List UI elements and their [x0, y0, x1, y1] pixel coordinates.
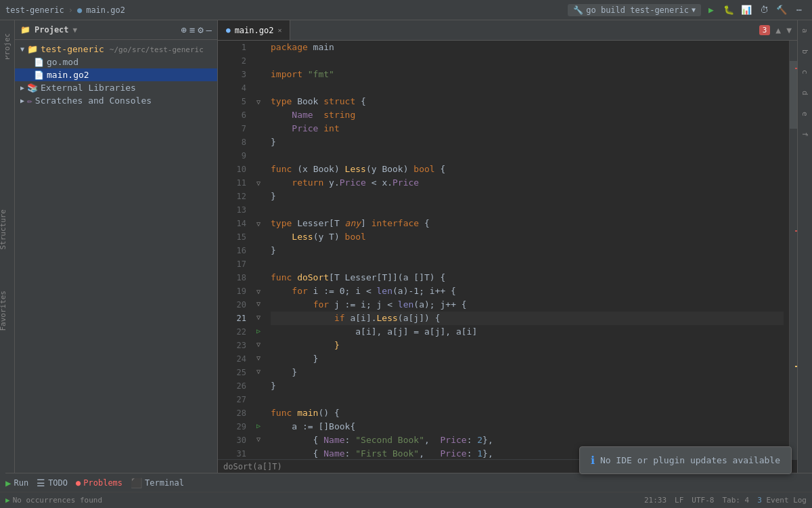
code-line-14: type Lesser[T any] interface {: [271, 217, 784, 230]
right-sidebar-e[interactable]: e: [798, 104, 812, 125]
tree-item-extlibs[interactable]: ▶ 📚 External Libraries: [15, 81, 217, 94]
code-line-17: [271, 257, 784, 271]
warning-indicator: [795, 366, 797, 367]
right-sidebar-d[interactable]: d: [798, 83, 812, 104]
tree-item-scratches[interactable]: ▶ ✏ Scratches and Consoles: [15, 94, 217, 107]
right-sidebar-f[interactable]: f: [798, 124, 812, 145]
fold-if[interactable]: ▷: [254, 324, 263, 337]
tree-item-maingo[interactable]: 📄 main.go2: [15, 68, 217, 81]
right-sidebar-c[interactable]: c: [798, 62, 812, 83]
panel-filter-icon[interactable]: ⚙: [198, 24, 203, 35]
editor-actions: 3 ▲ ▼: [759, 25, 792, 35]
fold-func1[interactable]: ▽: [254, 176, 263, 190]
line-numbers: 1 2 3 4 5 6 7 8 9 10 11 12 13 14 15 16 1: [218, 41, 252, 459]
root-path: ~/go/src/test-generic: [110, 45, 204, 54]
event-log[interactable]: 3 Event Log: [757, 496, 807, 505]
run-label: Run: [14, 478, 28, 488]
tab-size[interactable]: Tab: 4: [722, 496, 749, 505]
status-left: ▶ No occurrences found: [5, 496, 102, 505]
panel-add-icon[interactable]: ⊕: [181, 24, 186, 35]
build-button[interactable]: 🔨: [774, 3, 789, 18]
code-line-2: [271, 54, 784, 68]
panel-title-label: Project: [35, 25, 69, 35]
event-log-count: 3: [757, 496, 762, 505]
fold-for4[interactable]: ▽: [254, 364, 263, 378]
code-line-5: type Book struct {: [271, 95, 784, 108]
profile-button[interactable]: ⏱: [757, 3, 771, 18]
encoding[interactable]: UTF-8: [692, 496, 714, 505]
panel-close-icon[interactable]: —: [206, 24, 212, 35]
run-config[interactable]: 🔧 go build test-generic ▼: [568, 4, 701, 16]
favorites-label[interactable]: Favorites: [0, 291, 7, 331]
fold-struct[interactable]: ▽: [254, 95, 263, 108]
terminal-label: Terminal: [145, 478, 184, 488]
todo-icon: ☰: [37, 478, 45, 488]
fold-for3[interactable]: ▽: [254, 351, 263, 364]
error-badge: 3: [759, 25, 771, 35]
run-toolbar-button[interactable]: ▶ Run: [5, 478, 28, 488]
code-line-8: }: [271, 135, 784, 149]
code-line-4: [271, 81, 784, 95]
fold-for2[interactable]: ▽: [254, 310, 263, 324]
coverage-button[interactable]: 📊: [739, 3, 754, 18]
scratches-expand-icon: ▶: [20, 97, 24, 104]
breadcrumb: test-generic › ● main.go2: [5, 5, 125, 15]
collapse-editor-icon[interactable]: ▲: [775, 25, 781, 35]
tab-file-icon: ●: [226, 26, 231, 35]
mod-icon: 📄: [34, 58, 44, 67]
structure-label[interactable]: Structure: [0, 209, 7, 250]
run-config-label: go build test-generic: [586, 5, 689, 15]
tab-label: main.go2: [235, 26, 274, 35]
fold-arr[interactable]: ▽: [254, 432, 263, 446]
terminal-icon: ⬛: [131, 478, 142, 488]
collapse-icon: ▶: [20, 84, 24, 91]
fold-for1[interactable]: ▽: [254, 297, 263, 310]
tab-close-button[interactable]: ✕: [277, 26, 281, 34]
code-line-21: if a[i].Less(a[j]) {: [271, 312, 784, 325]
todo-toolbar-button[interactable]: ☰ TODO: [37, 478, 68, 488]
tab-maingo[interactable]: ● main.go2 ✕: [218, 20, 290, 40]
code-line-28: func main() {: [271, 406, 784, 420]
notification-icon: ℹ: [591, 454, 595, 467]
expand-editor-icon[interactable]: ▼: [786, 25, 792, 35]
code-line-19: for i := 0; i < len(a)-1; i++ {: [271, 284, 784, 298]
project-tree: ▼ 📁 test-generic ~/go/src/test-generic 📄…: [15, 40, 217, 473]
scratches-label: Scratches and Consoles: [35, 96, 212, 106]
folder-icon: 📁: [20, 25, 30, 35]
code-line-27: [271, 393, 784, 406]
run-config-dropdown-icon[interactable]: ▼: [692, 6, 696, 14]
project-name: test-generic: [5, 5, 64, 15]
panel-title: 📁 Project ▼: [20, 25, 77, 35]
file-name: main.go2: [86, 5, 125, 15]
cursor-position[interactable]: 21:33: [644, 496, 667, 505]
run-button[interactable]: ▶: [704, 3, 719, 18]
line-sep[interactable]: LF: [675, 496, 683, 505]
more-button[interactable]: ⋯: [792, 3, 807, 18]
fold-type[interactable]: ▽: [254, 217, 263, 230]
tree-item-gomod[interactable]: 📄 go.mod: [15, 56, 217, 68]
top-bar-actions: 🔧 go build test-generic ▼ ▶ 🐛 📊 ⏱ 🔨 ⋯: [568, 3, 807, 18]
minimap[interactable]: [789, 41, 797, 459]
fold-dosort[interactable]: ▽: [254, 284, 263, 298]
panel-collapse-icon[interactable]: ≡: [189, 24, 195, 35]
project-panel-header: 📁 Project ▼ ⊕ ≡ ⚙ —: [15, 20, 217, 40]
scratch-icon: ✏: [27, 96, 32, 106]
right-sidebar-b[interactable]: b: [798, 41, 812, 62]
maingo-label: main.go2: [47, 70, 212, 80]
code-line-11: return y.Price < x.Price: [271, 176, 784, 190]
status-right: 21:33 LF UTF-8 Tab: 4 3 Event Log: [644, 496, 807, 505]
debug-button[interactable]: 🐛: [721, 3, 736, 18]
problems-toolbar-button[interactable]: ● Problems: [76, 478, 122, 488]
code-content[interactable]: package main import "fmt" type Book stru…: [265, 41, 789, 459]
bottom-toolbar: ▶ Run ☰ TODO ● Problems ⬛ Terminal: [0, 473, 812, 492]
terminal-toolbar-button[interactable]: ⬛ Terminal: [131, 478, 184, 488]
right-sidebar-a[interactable]: a: [798, 20, 812, 41]
panel-dropdown-icon[interactable]: ▼: [73, 26, 78, 35]
code-line-26: }: [271, 379, 784, 393]
code-line-7: Price int: [271, 122, 784, 135]
extlibs-label: External Libraries: [41, 83, 212, 93]
fold-main[interactable]: ▷: [254, 419, 263, 432]
minimap-viewport: [790, 61, 797, 129]
fold-if2[interactable]: ▽: [254, 337, 263, 351]
tree-root[interactable]: ▼ 📁 test-generic ~/go/src/test-generic: [15, 43, 217, 56]
